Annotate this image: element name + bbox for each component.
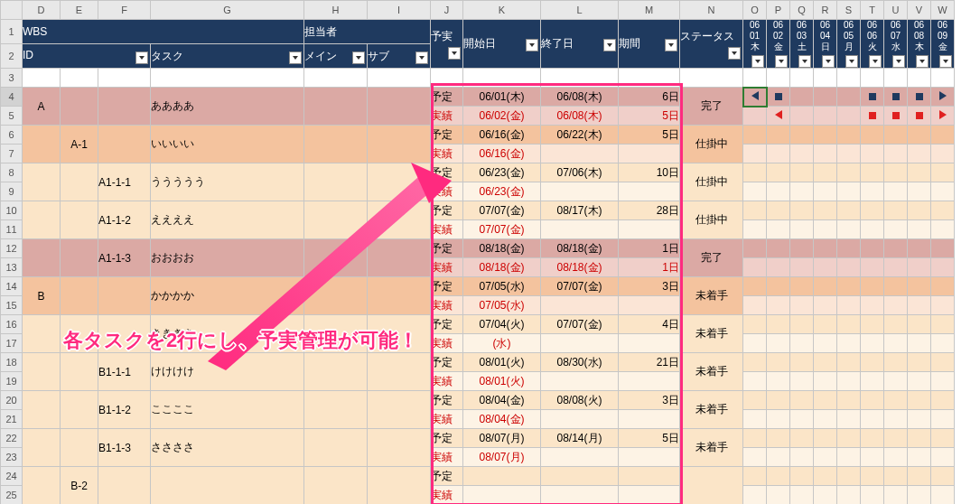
gantt-cell[interactable] — [767, 88, 790, 107]
gantt-cell[interactable] — [861, 353, 884, 372]
gantt-cell[interactable] — [767, 258, 790, 277]
gantt-cell[interactable] — [861, 448, 884, 467]
actual-duration[interactable] — [619, 372, 680, 391]
task-id[interactable] — [23, 239, 61, 277]
gantt-cell[interactable] — [884, 277, 908, 296]
assignee-sub[interactable] — [368, 163, 431, 201]
gantt-cell[interactable] — [931, 163, 955, 182]
gantt-cell[interactable] — [837, 467, 861, 486]
gantt-cell[interactable] — [790, 448, 814, 467]
gantt-cell[interactable] — [837, 372, 861, 391]
actual-start[interactable]: 08/04(金) — [463, 410, 541, 429]
gantt-cell[interactable] — [837, 315, 861, 334]
gantt-cell[interactable] — [861, 296, 884, 315]
gantt-cell[interactable] — [837, 391, 861, 410]
gantt-cell[interactable] — [861, 239, 884, 258]
filter-dropdown-icon[interactable] — [869, 55, 882, 68]
actual-end[interactable] — [541, 372, 619, 391]
gantt-cell[interactable] — [931, 315, 955, 334]
task-id[interactable] — [23, 429, 61, 467]
gantt-cell[interactable] — [861, 182, 884, 201]
gantt-cell[interactable] — [908, 277, 931, 296]
plan-duration[interactable]: 10日 — [619, 163, 680, 182]
gantt-cell[interactable] — [908, 391, 931, 410]
gantt-cell[interactable] — [837, 353, 861, 372]
actual-end[interactable]: 06/08(木) — [541, 107, 619, 126]
gantt-cell[interactable] — [743, 258, 767, 277]
row-header-6[interactable]: 6 — [1, 126, 23, 145]
assignee-main[interactable] — [304, 315, 368, 353]
gantt-cell[interactable] — [908, 88, 931, 107]
actual-duration[interactable]: 1日 — [619, 258, 680, 277]
gantt-cell[interactable] — [931, 88, 955, 107]
gantt-cell[interactable] — [790, 258, 814, 277]
gantt-cell[interactable] — [767, 201, 790, 220]
gantt-cell[interactable] — [931, 258, 955, 277]
gantt-cell[interactable] — [743, 372, 767, 391]
filter-dropdown-icon[interactable] — [892, 55, 905, 68]
task-status[interactable]: 未着手 — [680, 353, 743, 391]
task-name[interactable]: けけけけ — [151, 353, 304, 391]
gantt-cell[interactable] — [743, 277, 767, 296]
gantt-cell[interactable] — [861, 486, 884, 505]
task-id[interactable]: A1-1-2 — [98, 201, 151, 239]
gantt-cell[interactable] — [743, 448, 767, 467]
gantt-cell[interactable] — [743, 126, 767, 145]
select-all-corner[interactable] — [1, 1, 23, 20]
col-header-U[interactable]: U — [884, 1, 908, 20]
col-header-K[interactable]: K — [463, 1, 541, 20]
task-id[interactable] — [23, 201, 61, 239]
gantt-cell[interactable] — [814, 353, 837, 372]
gantt-cell[interactable] — [908, 126, 931, 145]
actual-end[interactable] — [541, 334, 619, 353]
actual-duration[interactable] — [619, 182, 680, 201]
gantt-cell[interactable] — [931, 296, 955, 315]
gantt-cell[interactable] — [908, 201, 931, 220]
plan-end[interactable]: 07/06(木) — [541, 163, 619, 182]
gantt-cell[interactable] — [837, 182, 861, 201]
filter-dropdown-icon[interactable] — [728, 47, 741, 60]
plan-label[interactable]: 予定 — [431, 429, 463, 448]
task-id[interactable]: B1-1-2 — [98, 391, 151, 429]
gantt-cell[interactable] — [790, 239, 814, 258]
gantt-cell[interactable] — [884, 353, 908, 372]
gantt-cell[interactable] — [861, 163, 884, 182]
gantt-cell[interactable] — [931, 126, 955, 145]
gantt-cell[interactable] — [861, 145, 884, 163]
actual-start[interactable] — [463, 486, 541, 505]
assignee-main[interactable] — [304, 353, 368, 391]
gantt-cell[interactable] — [743, 467, 767, 486]
gantt-cell[interactable] — [767, 107, 790, 126]
task-name[interactable] — [151, 467, 304, 505]
gantt-cell[interactable] — [790, 391, 814, 410]
filter-dropdown-icon[interactable] — [415, 51, 428, 64]
plan-label[interactable]: 予定 — [431, 315, 463, 334]
gantt-cell[interactable] — [861, 429, 884, 448]
assignee-main[interactable] — [304, 239, 368, 277]
plan-start[interactable]: 06/23(金) — [463, 163, 541, 182]
gantt-cell[interactable] — [884, 163, 908, 182]
gantt-cell[interactable] — [884, 315, 908, 334]
plan-duration[interactable]: 3日 — [619, 277, 680, 296]
gantt-cell[interactable] — [814, 448, 837, 467]
col-header-Q[interactable]: Q — [790, 1, 814, 20]
gantt-cell[interactable] — [767, 315, 790, 334]
assignee-sub[interactable] — [368, 239, 431, 277]
plan-duration[interactable]: 28日 — [619, 201, 680, 220]
task-id[interactable] — [23, 315, 61, 353]
col-header-W[interactable]: W — [931, 1, 955, 20]
gantt-cell[interactable] — [884, 88, 908, 107]
gantt-cell[interactable] — [743, 334, 767, 353]
gantt-cell[interactable] — [884, 391, 908, 410]
task-id[interactable]: A-1 — [61, 126, 98, 163]
gantt-cell[interactable] — [837, 429, 861, 448]
gantt-cell[interactable] — [837, 296, 861, 315]
gantt-cell[interactable] — [837, 277, 861, 296]
gantt-cell[interactable] — [931, 107, 955, 126]
gantt-cell[interactable] — [790, 182, 814, 201]
actual-label[interactable]: 実績 — [431, 258, 463, 277]
gantt-cell[interactable] — [908, 467, 931, 486]
col-header-J[interactable]: J — [431, 1, 463, 20]
actual-label[interactable]: 実績 — [431, 410, 463, 429]
gantt-cell[interactable] — [908, 258, 931, 277]
